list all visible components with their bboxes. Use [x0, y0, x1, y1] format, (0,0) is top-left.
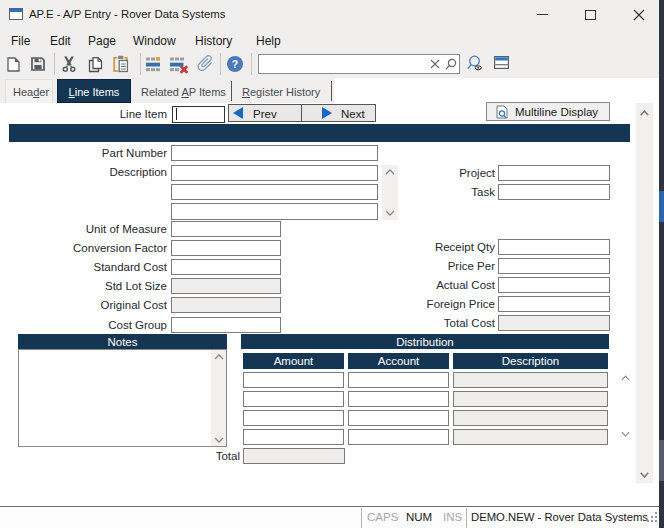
svg-text:?: ?: [232, 58, 238, 70]
